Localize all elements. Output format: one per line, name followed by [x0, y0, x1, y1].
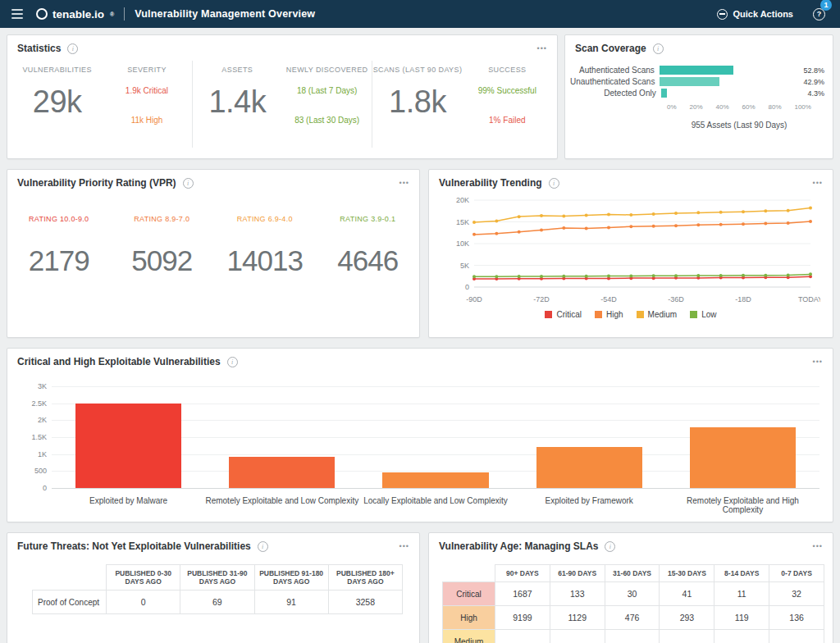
- legend-item-critical[interactable]: Critical: [545, 310, 582, 319]
- dashboard-page: tenable.io® Vulnerability Management Ove…: [0, 0, 840, 643]
- table-value-cell[interactable]: [769, 630, 824, 643]
- table-value-cell[interactable]: 3258: [328, 591, 402, 614]
- vpr-rating-value[interactable]: 4646: [317, 244, 420, 277]
- notification-badge[interactable]: 1: [820, 0, 832, 11]
- table-value-cell[interactable]: 11: [714, 582, 769, 606]
- table-value-cell[interactable]: 136: [769, 606, 824, 630]
- trend-point: [719, 211, 723, 214]
- table-value-cell[interactable]: 30: [605, 582, 660, 606]
- table-value-cell[interactable]: 133: [550, 582, 605, 606]
- top-navbar: tenable.io® Vulnerability Management Ove…: [0, 0, 840, 28]
- table-header-cell: 15-30 DAYS: [660, 565, 714, 582]
- axis-tick-label: 40%: [716, 103, 729, 111]
- trend-point: [495, 232, 498, 235]
- stat-line-failed[interactable]: 1% Failed: [463, 116, 552, 125]
- trend-line-medium[interactable]: [474, 208, 810, 223]
- axis-tick-label: 0%: [667, 103, 677, 111]
- stat-line-7days[interactable]: 18 (Last 7 Days): [282, 86, 372, 95]
- table-value-cell[interactable]: 1687: [495, 582, 550, 606]
- table-value-cell[interactable]: [605, 630, 660, 643]
- svg-text:10K: 10K: [456, 239, 469, 248]
- svg-text:TODAY: TODAY: [798, 295, 820, 303]
- stat-line-successful[interactable]: 99% Successful: [463, 86, 552, 95]
- table-value-cell[interactable]: 476: [605, 606, 660, 630]
- vpr-rating-value[interactable]: 14013: [213, 244, 317, 277]
- vpr-rating-value[interactable]: 5092: [111, 244, 214, 277]
- scan-bar[interactable]: [661, 89, 667, 98]
- trend-point: [652, 212, 655, 216]
- tenable-logo[interactable]: tenable.io®: [36, 8, 114, 21]
- table-value-cell[interactable]: 32: [769, 582, 824, 606]
- more-options-button[interactable]: •••: [813, 542, 823, 550]
- legend-item-low[interactable]: Low: [690, 310, 716, 319]
- table-value-cell[interactable]: 91: [254, 591, 328, 614]
- trend-line-low[interactable]: [474, 274, 810, 276]
- more-options-button[interactable]: •••: [537, 44, 547, 52]
- more-options-button[interactable]: •••: [813, 358, 823, 366]
- info-icon[interactable]: i: [67, 43, 78, 54]
- table-value-cell[interactable]: 1129: [550, 606, 605, 630]
- more-options-button[interactable]: •••: [399, 542, 409, 550]
- table-value-cell[interactable]: 69: [180, 591, 254, 614]
- table-header-cell: [33, 565, 107, 591]
- scan-bar-track: [660, 77, 799, 86]
- table-value-cell[interactable]: [550, 630, 605, 643]
- trend-point: [629, 225, 632, 228]
- trend-point: [518, 230, 521, 234]
- bar-slot: [513, 386, 666, 488]
- info-icon[interactable]: i: [549, 178, 559, 189]
- bar-5[interactable]: [690, 427, 796, 488]
- trend-point: [607, 274, 610, 277]
- stat-line-high[interactable]: 11k High: [102, 116, 191, 125]
- menu-icon[interactable]: [11, 9, 23, 19]
- stat-line-critical[interactable]: 1.9k Critical: [102, 86, 191, 95]
- page-title: Vulnerability Management Overview: [135, 8, 315, 20]
- more-options-button[interactable]: •••: [813, 179, 823, 187]
- trend-point: [764, 222, 767, 226]
- table-row: Medium: [443, 630, 824, 643]
- more-options-button[interactable]: •••: [399, 179, 409, 187]
- info-icon[interactable]: i: [183, 178, 194, 189]
- vpr-rating-value[interactable]: 2179: [7, 244, 111, 277]
- table-value-cell[interactable]: 41: [660, 582, 714, 606]
- table-value-cell[interactable]: [495, 630, 550, 643]
- table-header-row: 90+ DAYS61-90 DAYS31-60 DAYS15-30 DAYS8-…: [443, 565, 824, 582]
- legend-swatch: [545, 311, 552, 318]
- table-header-row: PUBLISHED 0-30 DAYS AGOPUBLISHED 31-90 D…: [33, 565, 403, 591]
- trend-point: [696, 223, 700, 226]
- axis-tick-label: 80%: [768, 103, 781, 111]
- info-icon[interactable]: i: [258, 541, 268, 552]
- bar-1[interactable]: [75, 404, 181, 488]
- trend-point: [652, 225, 655, 228]
- scan-bar[interactable]: [660, 66, 733, 75]
- table-value-cell[interactable]: [660, 630, 714, 643]
- trend-point: [562, 215, 565, 218]
- info-icon[interactable]: i: [605, 541, 615, 552]
- svg-text:15K: 15K: [456, 218, 469, 226]
- table-value-cell[interactable]: 293: [660, 606, 714, 630]
- bar-4[interactable]: [536, 447, 642, 488]
- bar-3[interactable]: [382, 472, 488, 488]
- trend-point: [607, 226, 610, 229]
- legend-item-medium[interactable]: Medium: [637, 310, 678, 319]
- table-value-cell[interactable]: [714, 630, 769, 643]
- table-value-cell[interactable]: 119: [714, 606, 769, 630]
- trend-point: [787, 273, 790, 276]
- scan-bar-value: 4.3%: [803, 89, 824, 98]
- scan-bar[interactable]: [660, 77, 719, 86]
- trend-point: [719, 274, 723, 277]
- table-value-cell[interactable]: 9199: [495, 606, 550, 630]
- info-icon[interactable]: i: [653, 43, 664, 54]
- trend-line-high[interactable]: [474, 221, 810, 235]
- card-title: Critical and High Exploitable Vulnerabil…: [17, 356, 221, 367]
- table-value-cell[interactable]: 0: [107, 591, 180, 614]
- quick-actions-button[interactable]: Quick Actions: [717, 9, 793, 20]
- stat-value: 1.4k: [193, 84, 282, 120]
- stat-line-30days[interactable]: 83 (Last 30 Days): [282, 116, 372, 125]
- legend-label: Low: [701, 310, 716, 319]
- vpr-rating-label: RATING 6.9-4.0: [213, 215, 317, 223]
- info-icon[interactable]: i: [227, 357, 238, 367]
- bar-2[interactable]: [229, 457, 335, 488]
- legend-item-high[interactable]: High: [595, 310, 623, 319]
- stat-label: SUCCESS: [463, 66, 552, 74]
